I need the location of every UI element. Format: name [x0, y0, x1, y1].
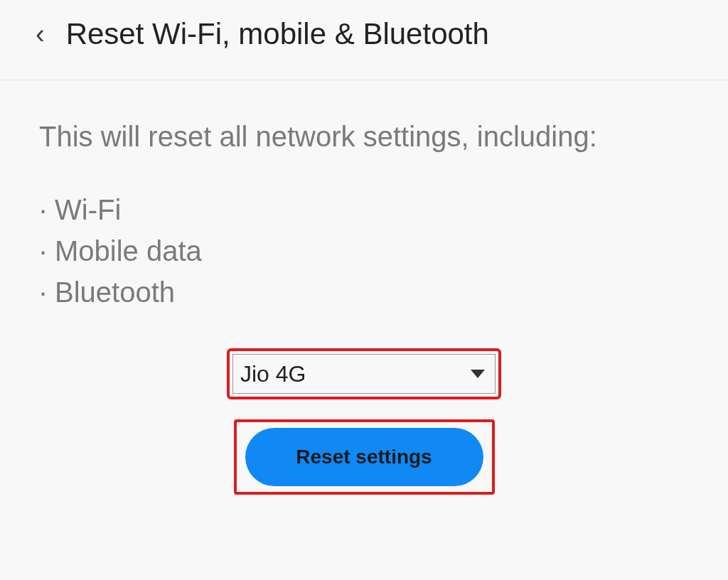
chevron-down-icon [471, 370, 485, 378]
dropdown-selected-value: Jio 4G [240, 361, 306, 387]
highlight-annotation: Reset settings [234, 419, 495, 495]
page-title: Reset Wi-Fi, mobile & Bluetooth [66, 17, 489, 51]
reset-settings-button[interactable]: Reset settings [245, 428, 483, 486]
list-item: Bluetooth [39, 272, 689, 313]
header-bar: ‹ Reset Wi-Fi, mobile & Bluetooth [0, 0, 728, 80]
network-dropdown[interactable]: Jio 4G [232, 354, 496, 394]
list-item: Mobile data [39, 230, 689, 272]
controls-container: Jio 4G Reset settings [39, 348, 689, 495]
highlight-annotation: Jio 4G [227, 348, 501, 399]
content-area: This will reset all network settings, in… [0, 80, 728, 530]
list-item: Wi-Fi [39, 189, 689, 230]
description-text: This will reset all network settings, in… [39, 116, 689, 157]
back-icon[interactable]: ‹ [36, 21, 45, 48]
reset-items-list: Wi-Fi Mobile data Bluetooth [39, 189, 689, 313]
